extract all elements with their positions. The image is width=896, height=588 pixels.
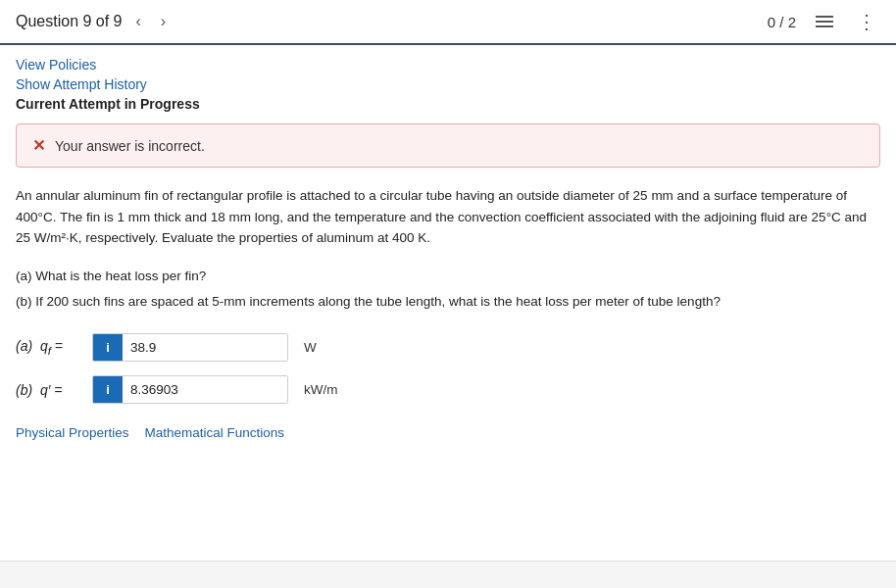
- input-b-field[interactable]: [123, 376, 288, 403]
- problem-text: An annular aluminum fin of rectangular p…: [16, 185, 880, 249]
- input-b-unit: kW/m: [304, 382, 338, 397]
- sub-questions: (a) What is the heat loss per fin? (b) I…: [16, 265, 880, 315]
- footer-bar: [0, 561, 896, 588]
- more-options-icon[interactable]: ⋮: [853, 10, 880, 33]
- menu-lines-icon[interactable]: [812, 12, 837, 31]
- physical-properties-link[interactable]: Physical Properties: [16, 425, 129, 440]
- input-a-info-button[interactable]: i: [93, 334, 123, 361]
- input-row-b: (b) q′ = i kW/m: [16, 375, 880, 404]
- input-row-a: (a) qf = i W: [16, 333, 880, 362]
- show-attempt-history-link[interactable]: Show Attempt History: [16, 76, 880, 92]
- error-message: Your answer is incorrect.: [55, 138, 205, 154]
- question-title: Question 9 of 9: [16, 13, 123, 30]
- content-area: View Policies Show Attempt History Curre…: [0, 45, 896, 452]
- current-attempt-label: Current Attempt in Progress: [16, 96, 880, 112]
- view-policies-link[interactable]: View Policies: [16, 57, 880, 73]
- mathematical-functions-link[interactable]: Mathematical Functions: [145, 425, 285, 440]
- sub-question-b: (b) If 200 such fins are spaced at 5-mm …: [16, 290, 880, 314]
- input-a-wrapper: i: [92, 333, 288, 362]
- next-button[interactable]: ›: [155, 11, 172, 32]
- score-display: 0 / 2: [768, 14, 796, 30]
- top-bar-left: Question 9 of 9 ‹ ›: [16, 11, 172, 32]
- input-b-label: (b) q′ =: [16, 382, 84, 398]
- top-bar: Question 9 of 9 ‹ › 0 / 2 ⋮: [0, 0, 896, 45]
- input-b-info-button[interactable]: i: [93, 376, 123, 403]
- bottom-links: Physical Properties Mathematical Functio…: [16, 417, 880, 440]
- input-a-field[interactable]: [123, 334, 288, 361]
- input-a-unit: W: [304, 340, 317, 355]
- input-b-wrapper: i: [92, 375, 288, 404]
- prev-button[interactable]: ‹: [130, 11, 147, 32]
- error-box: ✕ Your answer is incorrect.: [16, 123, 880, 168]
- input-a-label: (a) qf =: [16, 338, 84, 357]
- sub-question-a: (a) What is the heat loss per fin?: [16, 265, 880, 288]
- top-bar-right: 0 / 2 ⋮: [768, 10, 880, 33]
- error-icon: ✕: [32, 136, 45, 155]
